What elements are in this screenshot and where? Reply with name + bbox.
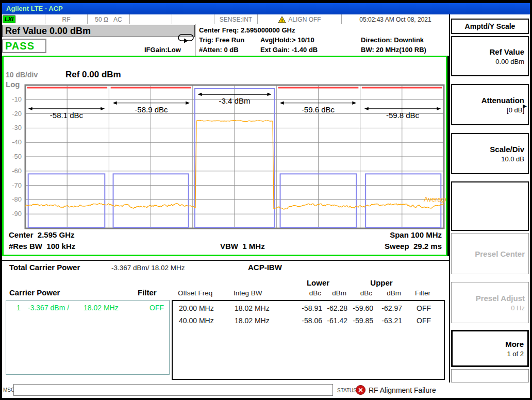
align-indicator: ! ALIGN OFF bbox=[258, 14, 342, 24]
pass-badge: PASS bbox=[2, 39, 46, 53]
message-box bbox=[13, 384, 333, 396]
submenu-arrow-icon: ▶ bbox=[523, 103, 527, 109]
ref-value-banner: Ref Value 0.00 dBm bbox=[2, 25, 195, 37]
svg-text:-10: -10 bbox=[12, 95, 22, 103]
more-button[interactable]: More 1 of 2 bbox=[451, 330, 529, 367]
error-icon: ✕ bbox=[356, 385, 365, 395]
avg-hold-label: Avg|Hold:> 10/10 bbox=[260, 35, 361, 45]
ref-value-button[interactable]: Ref Value 0.00 dBm bbox=[451, 36, 529, 76]
svg-text:!: ! bbox=[281, 18, 283, 23]
window-titlebar: Agilent LTE - ACP bbox=[2, 3, 530, 14]
col-lower-dbm: dBm bbox=[320, 289, 346, 297]
rf-indicator: RF bbox=[45, 14, 88, 24]
blank-softkey-button[interactable] bbox=[451, 181, 529, 231]
lower-group-header: Lower bbox=[287, 278, 349, 287]
footer-center-freq: Center 2.595 GHz bbox=[9, 230, 75, 239]
offset2-upper-dbc: -59.85 bbox=[346, 316, 373, 325]
impedance-value: 50 Ω bbox=[95, 16, 108, 23]
bw-label: BW: 20 MHz(100 RB) bbox=[361, 45, 447, 55]
acp-ibw-label: ACP-IBW bbox=[248, 263, 282, 272]
svg-text:-58.1 dBc: -58.1 dBc bbox=[50, 111, 84, 120]
ext-gain-label: Ext Gain: -1.40 dB bbox=[260, 45, 361, 55]
upper-group-header: Upper bbox=[351, 278, 412, 287]
atten-label: #Atten: 0 dB bbox=[199, 45, 260, 55]
svg-text:-59.6 dBc: -59.6 dBc bbox=[302, 105, 335, 114]
carrier-power-header: Carrier Power bbox=[9, 288, 60, 297]
offset1-lower-dbm: -62.28 bbox=[321, 304, 347, 312]
offset1-upper-dbc: -59.60 bbox=[346, 304, 373, 312]
svg-text:-40: -40 bbox=[12, 138, 22, 146]
scale-div-button[interactable]: Scale/Div 10.0 dB bbox=[451, 133, 529, 174]
status-bar: MSG STATUS ✕ RF Alignment Failure bbox=[2, 382, 530, 398]
svg-text:-59.8 dBc: -59.8 dBc bbox=[386, 111, 420, 120]
col-lower-dbc: dBc bbox=[290, 289, 321, 297]
offset-row-1: 20.00 MHz 18.02 MHz -58.91 -62.28 -59.60… bbox=[173, 304, 444, 316]
coupling-value: AC bbox=[113, 16, 122, 23]
results-divider bbox=[2, 260, 449, 261]
col-upper-dbm: dBm bbox=[374, 289, 401, 297]
spectrum-chart: -10-20-30-40-50-60-70-80-90-58.1 dBc-58.… bbox=[4, 57, 446, 255]
col-offset-freq: Offset Freq bbox=[178, 289, 212, 297]
offset2-freq: 40.00 MHz bbox=[179, 316, 225, 325]
offset1-upper-dbm: -62.97 bbox=[375, 304, 402, 312]
status-label: STATUS bbox=[337, 388, 357, 393]
offset2-lower-dbm: -61.42 bbox=[321, 316, 347, 325]
offset-row-2: 40.00 MHz 18.02 MHz -58.06 -61.42 -59.85… bbox=[173, 316, 444, 329]
softkey-menu-title: Amptd/Y Scale bbox=[451, 19, 529, 34]
footer-sweep: Sweep 29.2 ms bbox=[385, 242, 442, 251]
header-divider bbox=[195, 24, 195, 56]
results-panel: Total Carrier Power -3.367 dBm/ 18.02 MH… bbox=[2, 256, 449, 382]
continuous-sweep-icon bbox=[177, 33, 195, 44]
instrument-screen: Agilent LTE - ACP LXI RF 50 Ω AC SENSE:I… bbox=[0, 0, 532, 400]
offset1-integ-bw: 18.02 MHz bbox=[235, 304, 281, 312]
softkey-menu: Amptd/Y Scale Ref Value 0.00 dBm Attenua… bbox=[449, 14, 530, 382]
impedance-coupling-indicator: 50 Ω AC bbox=[88, 14, 130, 24]
svg-text:-70: -70 bbox=[12, 181, 22, 189]
datetime-indicator: 05:02:43 AM Oct 08, 2021 bbox=[342, 14, 449, 24]
sense-indicator: SENSE:INT bbox=[214, 14, 258, 24]
ifgain-label: IFGain:Low bbox=[144, 46, 181, 54]
offset2-filter: OFF bbox=[411, 316, 437, 325]
svg-text:-30: -30 bbox=[12, 124, 22, 131]
carrier-bw-value: 18.02 MHz bbox=[84, 304, 119, 312]
direction-label: Direction: Downlink bbox=[361, 35, 447, 45]
measurement-settings: Center Freq: 2.595000000 GHz Trig: Free … bbox=[199, 25, 447, 55]
trig-label: Trig: Free Run bbox=[199, 35, 260, 45]
offset1-filter: OFF bbox=[411, 304, 437, 312]
footer-span: Span 100 MHz bbox=[390, 230, 442, 239]
offset-results-table: 20.00 MHz 18.02 MHz -58.91 -62.28 -59.60… bbox=[172, 300, 445, 380]
carrier-filter-header: Filter bbox=[138, 288, 157, 297]
offset2-integ-bw: 18.02 MHz bbox=[235, 316, 281, 325]
status-cell-empty-1 bbox=[130, 14, 172, 24]
svg-text:-80: -80 bbox=[12, 195, 22, 203]
lxi-cell: LXI bbox=[2, 14, 45, 24]
svg-text:-50: -50 bbox=[12, 153, 22, 160]
offset1-freq: 20.00 MHz bbox=[179, 304, 225, 312]
offset1-lower-dbc: -58.91 bbox=[291, 304, 322, 312]
svg-text:Average: Average bbox=[424, 195, 446, 203]
lxi-badge-icon: LXI bbox=[3, 15, 15, 23]
footer-res-bw: #Res BW 100 kHz bbox=[9, 242, 75, 251]
col-integ-bw: Integ BW bbox=[234, 289, 262, 297]
carrier-power-value: -3.367 dBm / bbox=[28, 304, 69, 312]
attenuation-button[interactable]: Attenuation [0 dB] ▶ bbox=[451, 84, 529, 125]
svg-text:-3.4 dBm: -3.4 dBm bbox=[219, 96, 251, 105]
offset2-lower-dbc: -58.06 bbox=[291, 316, 322, 325]
presel-center-button: Presel Center bbox=[451, 233, 529, 274]
col-filter: Filter bbox=[410, 289, 436, 297]
total-carrier-power-label: Total Carrier Power bbox=[9, 263, 80, 272]
status-row: LXI RF 50 Ω AC SENSE:INT ! ALIGN OFF 05:… bbox=[2, 14, 449, 24]
center-freq-label: Center Freq: 2.595000000 GHz bbox=[199, 25, 295, 35]
softkey-tail-box bbox=[451, 369, 529, 382]
spectrum-display: 10 dB/div Log Ref 0.00 dBm -10-20-30-40-… bbox=[2, 56, 447, 256]
window-title: Agilent LTE - ACP bbox=[6, 5, 63, 12]
carrier-power-table: 1 -3.367 dBm / 18.02 MHz OFF bbox=[6, 300, 170, 375]
status-cell-empty-2 bbox=[172, 14, 214, 24]
carrier-index: 1 bbox=[12, 304, 25, 312]
footer-vbw: VBW 1 MHz bbox=[220, 242, 265, 251]
align-text: ALIGN OFF bbox=[288, 16, 321, 23]
presel-adjust-button: Presel Adjust 0 Hz bbox=[451, 282, 529, 323]
offset2-upper-dbm: -63.21 bbox=[375, 316, 402, 325]
svg-text:-58.9 dBc: -58.9 dBc bbox=[135, 105, 168, 114]
svg-text:-20: -20 bbox=[12, 110, 22, 118]
